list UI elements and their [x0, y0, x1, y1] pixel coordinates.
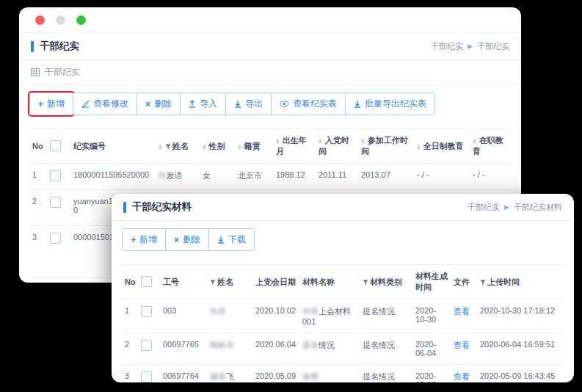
sort-icon[interactable]: ▲▼ — [361, 138, 365, 144]
edit-icon — [81, 100, 90, 108]
row-checkbox[interactable] — [141, 371, 152, 382]
download-button[interactable]: 下载 — [208, 229, 254, 250]
accent-bar — [31, 41, 34, 52]
breadcrumb-arrow-icon: ▶ — [468, 43, 473, 50]
close-window-icon[interactable] — [35, 15, 45, 25]
table-header-row: No 纪实编号 ▲▼姓名 ▲▼性别 ▲▼籍贯 ▲▼出生年月 ▲▼入党时间 ▲▼参… — [29, 129, 512, 164]
filter-icon[interactable] — [210, 278, 216, 287]
subheader-title: 干部纪实 — [45, 66, 80, 79]
col-native-place[interactable]: ▲▼籍贯 — [235, 129, 273, 164]
sort-icon[interactable]: ▲▼ — [276, 138, 280, 144]
col-upload-time[interactable]: 上传时间 — [477, 265, 564, 300]
breadcrumb-parent[interactable]: 干部纪实 — [468, 202, 500, 213]
plus-icon: + — [131, 235, 136, 245]
row-checkbox[interactable] — [141, 306, 152, 317]
sort-icon[interactable]: ▲▼ — [203, 144, 206, 150]
table-row: 1 18000011595520000 刘发语 女 北京市 1988.12 20… — [29, 164, 512, 190]
breadcrumb: 干部纪实 ▶ 干部纪实材料 — [468, 202, 562, 213]
batch-export-record-table-button[interactable]: 批量导出纪实表 — [345, 93, 434, 115]
x-icon: × — [174, 235, 179, 245]
delete-button[interactable]: × 删除 — [165, 229, 208, 250]
view-file-link[interactable]: 查看 — [454, 372, 470, 381]
page-title: 干部纪实 — [40, 40, 79, 53]
col-work-start-time[interactable]: ▲▼参加工作时间 — [358, 129, 414, 164]
front-section-header: 干部纪实材料 干部纪实 ▶ 干部纪实材料 — [112, 194, 574, 221]
filter-icon[interactable] — [165, 142, 171, 151]
col-gender[interactable]: ▲▼性别 — [200, 129, 235, 164]
plus-icon: + — [38, 99, 43, 109]
accent-bar — [123, 202, 126, 213]
delete-button[interactable]: × 删除 — [137, 93, 180, 115]
censored-name: 陈映卉 — [210, 341, 234, 349]
back-subheader: 干部纪实 — [19, 60, 521, 85]
zoom-window-icon[interactable] — [76, 15, 86, 25]
col-material-category[interactable]: 材料类别 — [360, 265, 412, 300]
col-party-join-time[interactable]: ▲▼入党时间 — [316, 129, 358, 164]
view-edit-button[interactable]: 查看修改 — [73, 93, 137, 115]
view-record-table-button[interactable]: 查看纪实表 — [271, 93, 345, 115]
page-title: 干部纪实材料 — [132, 200, 192, 214]
col-party-meeting-date: 上党会日期 — [252, 265, 299, 300]
col-onjob-education[interactable]: ▲▼在职教育 — [470, 129, 512, 164]
row-checkbox[interactable] — [50, 197, 61, 208]
col-fulltime-education[interactable]: ▲▼全日制教育 — [414, 129, 470, 164]
sort-icon[interactable]: ▲▼ — [238, 144, 241, 150]
censored-text: 向哥 — [302, 307, 319, 316]
sort-icon[interactable]: ▲▼ — [473, 138, 476, 144]
breadcrumb-current: 干部纪实 — [477, 41, 509, 52]
upload-icon — [189, 100, 196, 108]
censored-name: 谢雨 — [210, 372, 226, 381]
col-name[interactable]: ▲▼姓名 — [156, 129, 200, 164]
add-button[interactable]: + 新增 — [123, 229, 165, 250]
col-name[interactable]: 姓名 — [207, 265, 252, 300]
sort-icon[interactable]: ▲▼ — [159, 144, 162, 150]
import-button[interactable]: 导入 — [180, 93, 225, 115]
col-emp-id: 工号 — [160, 265, 207, 300]
breadcrumb-parent[interactable]: 干部纪实 — [431, 41, 463, 52]
table-row: 2 00697765 陈映卉 2020.06.04 提名情况 提名情况 2020… — [122, 333, 564, 365]
filter-icon[interactable] — [363, 278, 368, 287]
front-toolbar: + 新增 × 删除 下载 — [112, 221, 574, 257]
row-checkbox[interactable] — [141, 340, 152, 351]
col-material-generated-time: 材料生成时间 — [412, 265, 451, 300]
col-birth-date[interactable]: ▲▼出生年月 — [273, 129, 316, 164]
material-table: No 工号 姓名 上党会日期 材料名称 材料类别 材料生成时间 文件 上传时间 … — [122, 264, 564, 382]
col-record-id: 纪实编号 — [70, 129, 156, 164]
breadcrumb-current: 干部纪实材料 — [514, 202, 562, 213]
header-checkbox[interactable] — [50, 140, 61, 151]
censored-name: 向哥 — [210, 307, 226, 316]
add-button[interactable]: + 新增 — [30, 93, 73, 115]
download-icon — [217, 236, 225, 244]
minimize-window-icon[interactable] — [56, 15, 65, 25]
col-material-name: 材料名称 — [299, 265, 360, 300]
col-file: 文件 — [451, 265, 477, 300]
x-icon: × — [145, 99, 150, 109]
download-icon — [234, 100, 241, 108]
breadcrumb: 干部纪实 ▶ 干部纪实 — [431, 41, 509, 52]
download-icon — [354, 100, 361, 108]
table-grid-icon — [31, 68, 40, 76]
row-checkbox[interactable] — [50, 170, 61, 181]
view-file-link[interactable]: 查看 — [454, 307, 470, 316]
table-row: 1 003 向哥 2020.10.02 向哥上会材料001 提名情况 2020-… — [122, 300, 564, 333]
window-titlebar — [19, 7, 521, 33]
censored-text: 海慧 — [302, 372, 319, 381]
front-window: 干部纪实材料 干部纪实 ▶ 干部纪实材料 + 新增 × 删除 下载 — [112, 194, 574, 382]
breadcrumb-arrow-icon: ▶ — [504, 203, 509, 211]
row-checkbox[interactable] — [50, 233, 61, 244]
col-no: No — [122, 265, 138, 300]
col-select — [138, 265, 160, 300]
filter-icon[interactable] — [480, 278, 486, 287]
table-header-row: No 工号 姓名 上党会日期 材料名称 材料类别 材料生成时间 文件 上传时间 — [122, 265, 564, 300]
header-checkbox[interactable] — [141, 276, 152, 287]
view-file-link[interactable]: 查看 — [454, 341, 470, 349]
sort-icon[interactable]: ▲▼ — [319, 138, 322, 144]
col-no: No — [29, 129, 47, 164]
back-section-header: 干部纪实 干部纪实 ▶ 干部纪实 — [19, 33, 521, 60]
back-toolbar: + 新增 查看修改 × 删除 导入 — [19, 85, 521, 121]
col-select — [47, 129, 70, 164]
sort-icon[interactable]: ▲▼ — [417, 144, 421, 150]
export-button[interactable]: 导出 — [225, 93, 271, 115]
table-row: 3 00697764 谢雨飞 2020.05.09 海慧 志愿333333333… — [122, 365, 564, 383]
eye-icon — [280, 101, 289, 107]
